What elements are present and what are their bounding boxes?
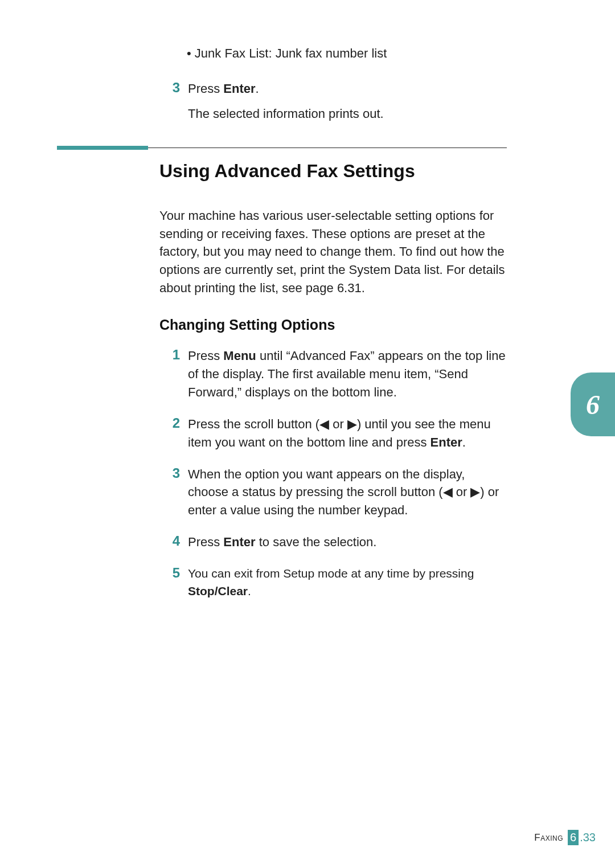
step-body: When the option you want appears on the … [188,465,507,520]
step-number: 3 [159,80,180,96]
bullet-junk-fax-list: • Junk Fax List: Junk fax number list [187,44,507,63]
page-footer: Faxing 6.33 [534,830,596,845]
divider-accent [57,146,148,150]
section-intro: Your machine has various user-selectable… [159,207,507,297]
list-item: 1Press Menu until “Advanced Fax” appears… [159,347,507,402]
step-body: You can exit from Setup mode at any time… [188,565,507,600]
step-subtext: The selected information prints out. [188,105,384,123]
bold-text: Enter [223,535,255,549]
enter-label: Enter [223,81,255,96]
text: Press [188,535,223,549]
section-divider [57,146,507,150]
top-step-3: 3 Press Enter. The selected information … [159,80,507,123]
footer-chapter-number: 6 [570,831,576,844]
step-body: Press Enter. The selected information pr… [188,80,384,123]
text: to save the selection. [256,535,377,549]
text: . [248,584,251,597]
list-item: 2Press the scroll button (◀ or ▶) until … [159,415,507,452]
text: . [256,81,259,96]
list-item: 5You can exit from Setup mode at any tim… [159,565,507,600]
text: Press [188,349,223,363]
footer-chapter-box: 6 [568,830,579,845]
chapter-tab: 6 [571,372,615,436]
step-body: Press the scroll button (◀ or ▶) until y… [188,415,507,452]
bold-text: Stop/Clear [188,584,248,597]
subsection-title: Changing Setting Options [159,317,507,333]
footer-section-label: Faxing [534,832,563,844]
list-item: 4Press Enter to save the selection. [159,533,507,551]
step-body: Press Menu until “Advanced Fax” appears … [188,347,507,402]
step-number: 4 [159,533,180,549]
text: Press [188,81,223,96]
steps-list: 1Press Menu until “Advanced Fax” appears… [159,347,507,600]
bold-text: Enter [430,435,462,449]
text: You can exit from Setup mode at any time… [188,567,474,580]
step-number: 3 [159,465,180,481]
section-title: Using Advanced Fax Settings [159,161,507,182]
step-number: 2 [159,415,180,431]
bold-text: Menu [223,349,256,363]
step-body: Press Enter to save the selection. [188,533,376,551]
step-number: 1 [159,347,180,363]
text: . [462,435,466,449]
page: • Junk Fax List: Junk fax number list 3 … [0,0,615,868]
list-item: 3When the option you want appears on the… [159,465,507,520]
step-number: 5 [159,565,180,581]
content-column: • Junk Fax List: Junk fax number list 3 … [159,44,507,613]
text: When the option you want appears on the … [188,467,499,518]
footer-page-number: .33 [580,831,596,844]
